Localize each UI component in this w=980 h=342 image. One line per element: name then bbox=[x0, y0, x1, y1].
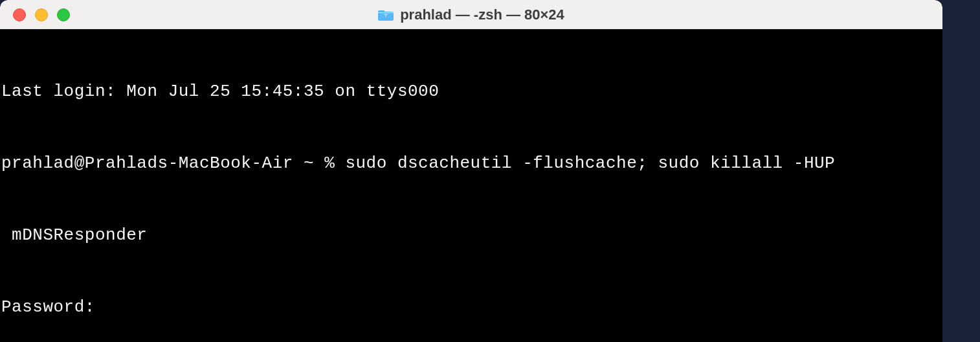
terminal-line-command-wrap: mDNSResponder bbox=[1, 223, 941, 247]
shell-prompt: prahlad@Prahlads-MacBook-Air ~ % bbox=[1, 154, 345, 173]
svg-rect-0 bbox=[378, 12, 394, 13]
terminal-window: prahlad — -zsh — 80×24 Last login: Mon J… bbox=[0, 0, 942, 342]
zoom-icon[interactable] bbox=[57, 8, 70, 21]
window-title: prahlad — -zsh — 80×24 bbox=[400, 6, 564, 23]
command-text: sudo dscacheutil -flushcache; sudo killa… bbox=[345, 154, 835, 173]
close-icon[interactable] bbox=[13, 8, 26, 21]
traffic-lights bbox=[0, 8, 70, 21]
minimize-icon[interactable] bbox=[35, 8, 48, 21]
terminal-line-last-login: Last login: Mon Jul 25 15:45:35 on ttys0… bbox=[1, 80, 941, 104]
terminal-body[interactable]: Last login: Mon Jul 25 15:45:35 on ttys0… bbox=[0, 29, 942, 342]
titlebar[interactable]: prahlad — -zsh — 80×24 bbox=[0, 0, 942, 29]
terminal-line-command: prahlad@Prahlads-MacBook-Air ~ % sudo ds… bbox=[1, 152, 941, 176]
title-wrap: prahlad — -zsh — 80×24 bbox=[0, 6, 942, 23]
terminal-line-password: Password: bbox=[1, 295, 941, 319]
folder-icon bbox=[378, 8, 394, 21]
